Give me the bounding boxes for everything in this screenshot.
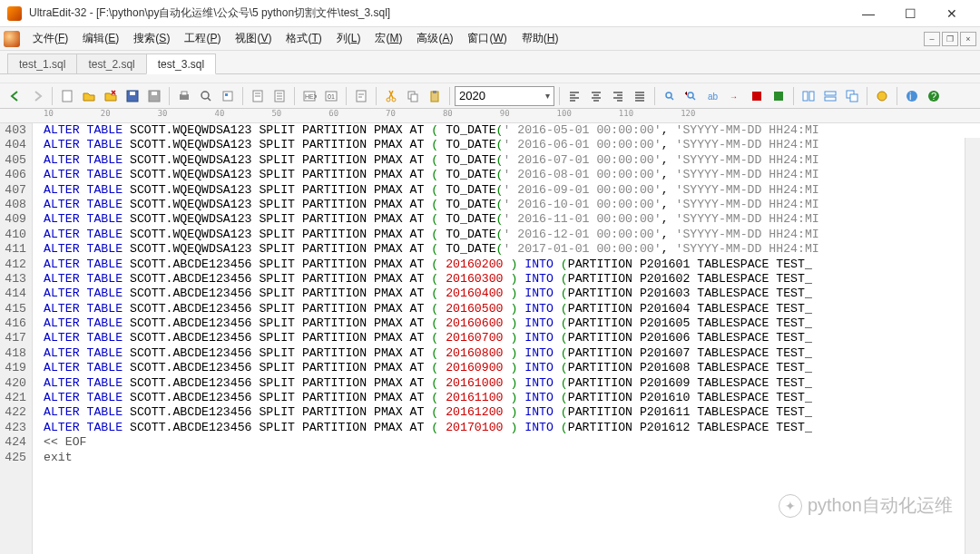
code-line[interactable]: ALTER TABLE SCOTT.ABCDE123456 SPLIT PART… (44, 421, 980, 435)
svg-rect-6 (181, 92, 187, 95)
menu-item[interactable]: 文件(F) (25, 28, 75, 49)
replace-button[interactable]: ab (703, 86, 723, 106)
print-preview-button[interactable] (196, 86, 216, 106)
align-justify-button[interactable] (630, 86, 650, 106)
close-file-button[interactable] (101, 86, 121, 106)
code-line[interactable]: ALTER TABLE SCOTT.WQEQWDSA123 SPLIT PART… (44, 228, 980, 242)
menu-item[interactable]: 帮助(H) (514, 28, 566, 49)
align-center-button[interactable] (586, 86, 606, 106)
save-as-button[interactable] (144, 86, 164, 106)
menu-item[interactable]: 搜索(S) (126, 28, 177, 49)
hex-button-2[interactable]: 01 (321, 86, 341, 106)
code-line[interactable]: ALTER TABLE SCOTT.ABCDE123456 SPLIT PART… (44, 316, 980, 331)
print-button[interactable] (174, 86, 194, 106)
svg-rect-42 (850, 94, 858, 102)
document-tab[interactable]: test_2.sql (76, 53, 146, 74)
window-title: UltraEdit-32 - [F:\python\py自动化运维\公众号\5 … (29, 5, 848, 21)
svg-rect-0 (63, 91, 72, 102)
doc-button-2[interactable] (270, 86, 289, 106)
about-button[interactable]: ? (924, 86, 944, 106)
menu-item[interactable]: 工程(P) (177, 28, 228, 49)
copy-button[interactable] (403, 86, 423, 106)
format-button[interactable] (747, 86, 767, 106)
mdi-restore[interactable]: ❐ (942, 32, 958, 46)
find-prev-button[interactable] (681, 86, 701, 106)
svg-rect-35 (752, 92, 761, 101)
tool-button[interactable] (769, 86, 789, 106)
vertical-scrollbar[interactable] (965, 138, 980, 554)
code-line[interactable]: ALTER TABLE SCOTT.WQEQWDSA123 SPLIT PART… (44, 123, 980, 138)
document-tab[interactable]: test_1.sql (7, 53, 77, 74)
svg-point-43 (877, 92, 887, 101)
svg-point-44 (906, 91, 917, 102)
wrap-button[interactable] (351, 86, 371, 106)
svg-text:i: i (909, 91, 911, 102)
find-dropdown-icon[interactable]: ▾ (545, 91, 550, 101)
tile-h-button[interactable] (799, 86, 818, 106)
close-button[interactable]: ✕ (931, 0, 973, 27)
mdi-minimize[interactable]: – (924, 32, 940, 46)
code-line[interactable]: exit (44, 451, 980, 465)
align-right-button[interactable] (608, 86, 628, 106)
code-line[interactable]: ALTER TABLE SCOTT.ABCDE123456 SPLIT PART… (44, 287, 980, 301)
find-input[interactable]: 2020 ▾ (455, 86, 554, 106)
config-button[interactable] (872, 86, 892, 106)
menu-item[interactable]: 高级(A) (409, 28, 460, 49)
save-button[interactable] (122, 86, 142, 106)
back-button[interactable] (5, 86, 25, 106)
code-line[interactable]: ALTER TABLE SCOTT.ABCDE123456 SPLIT PART… (44, 272, 980, 287)
column-ruler: 102030405060708090100110120 (0, 109, 980, 123)
code-line[interactable]: ALTER TABLE SCOTT.ABCDE123456 SPLIT PART… (44, 302, 980, 316)
menu-item[interactable]: 列(L) (329, 28, 368, 49)
find-next-button[interactable] (660, 86, 680, 106)
hex-button-1[interactable]: HEX (299, 86, 319, 106)
doc-button-1[interactable] (248, 86, 268, 106)
cascade-button[interactable] (842, 86, 862, 106)
help-button[interactable]: i (902, 86, 922, 106)
forward-button[interactable] (27, 86, 47, 106)
align-left-button[interactable] (564, 86, 584, 106)
code-line[interactable]: << EOF (44, 435, 980, 450)
mdi-controls: – ❐ × (924, 32, 976, 46)
menu-item[interactable]: 编辑(E) (75, 28, 126, 49)
minimize-button[interactable]: — (848, 0, 889, 27)
code-line[interactable]: ALTER TABLE SCOTT.WQEQWDSA123 SPLIT PART… (44, 153, 980, 168)
tile-v-button[interactable] (820, 86, 840, 106)
menu-item[interactable]: 格式(T) (279, 28, 328, 49)
svg-rect-36 (774, 92, 783, 101)
new-file-button[interactable] (57, 86, 77, 106)
code-line[interactable]: ALTER TABLE SCOTT.ABCDE123456 SPLIT PART… (44, 346, 980, 361)
open-button[interactable] (79, 86, 99, 106)
svg-rect-37 (803, 92, 808, 101)
menu-item[interactable]: 窗口(W) (460, 28, 514, 49)
code-line[interactable]: ALTER TABLE SCOTT.ABCDE123456 SPLIT PART… (44, 405, 980, 420)
mdi-close[interactable]: × (960, 32, 976, 46)
svg-point-24 (392, 98, 396, 102)
editor-area[interactable]: 4034044054064074084094104114124134144154… (0, 123, 980, 554)
code-line[interactable]: ALTER TABLE SCOTT.ABCDE123456 SPLIT PART… (44, 361, 980, 375)
menu-item[interactable]: 视图(V) (228, 28, 279, 49)
code-content[interactable]: ALTER TABLE SCOTT.WQEQWDSA123 SPLIT PART… (33, 123, 980, 554)
svg-text:?: ? (931, 91, 936, 102)
code-line[interactable]: ALTER TABLE SCOTT.WQEQWDSA123 SPLIT PART… (44, 183, 980, 198)
maximize-button[interactable]: ☐ (889, 0, 931, 27)
svg-line-30 (671, 97, 673, 100)
svg-rect-38 (809, 92, 814, 101)
menu-bar: 文件(F)编辑(E)搜索(S)工程(P)视图(V)格式(T)列(L)宏(M)高级… (0, 27, 980, 51)
code-line[interactable]: ALTER TABLE SCOTT.WQEQWDSA123 SPLIT PART… (44, 212, 980, 227)
menu-item[interactable]: 宏(M) (368, 28, 409, 49)
find-value: 2020 (459, 89, 485, 102)
code-line[interactable]: ALTER TABLE SCOTT.WQEQWDSA123 SPLIT PART… (44, 138, 980, 152)
goto-button[interactable]: → (725, 86, 745, 106)
code-line[interactable]: ALTER TABLE SCOTT.WQEQWDSA123 SPLIT PART… (44, 168, 980, 182)
code-line[interactable]: ALTER TABLE SCOTT.WQEQWDSA123 SPLIT PART… (44, 242, 980, 257)
cut-button[interactable] (381, 86, 401, 106)
code-line[interactable]: ALTER TABLE SCOTT.ABCDE123456 SPLIT PART… (44, 391, 980, 405)
paste-button[interactable] (425, 86, 445, 106)
code-line[interactable]: ALTER TABLE SCOTT.ABCDE123456 SPLIT PART… (44, 331, 980, 345)
code-line[interactable]: ALTER TABLE SCOTT.ABCDE123456 SPLIT PART… (44, 376, 980, 391)
code-line[interactable]: ALTER TABLE SCOTT.ABCDE123456 SPLIT PART… (44, 258, 980, 272)
code-line[interactable]: ALTER TABLE SCOTT.WQEQWDSA123 SPLIT PART… (44, 198, 980, 212)
document-tab[interactable]: test_3.sql (146, 53, 216, 74)
toggle-bookmark-button[interactable] (218, 86, 238, 106)
